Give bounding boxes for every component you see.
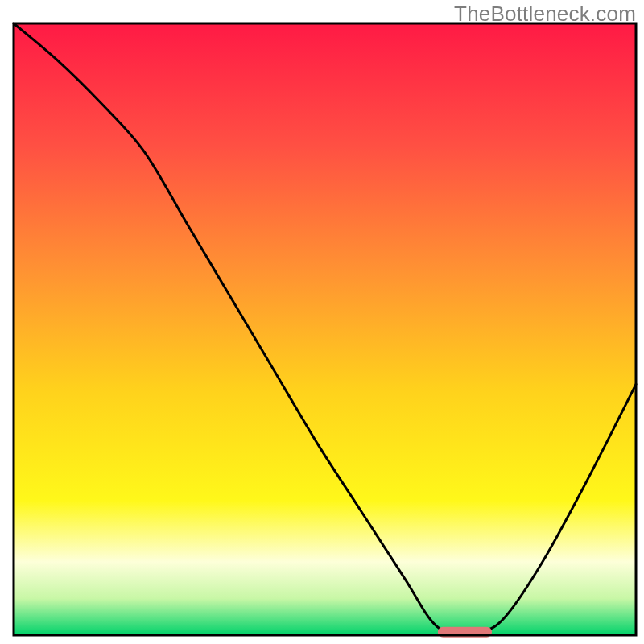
watermark-text: TheBottleneck.com [454,2,636,27]
plot-background [14,23,636,635]
bottleneck-chart [0,0,644,644]
chart-stage: TheBottleneck.com [0,0,644,644]
